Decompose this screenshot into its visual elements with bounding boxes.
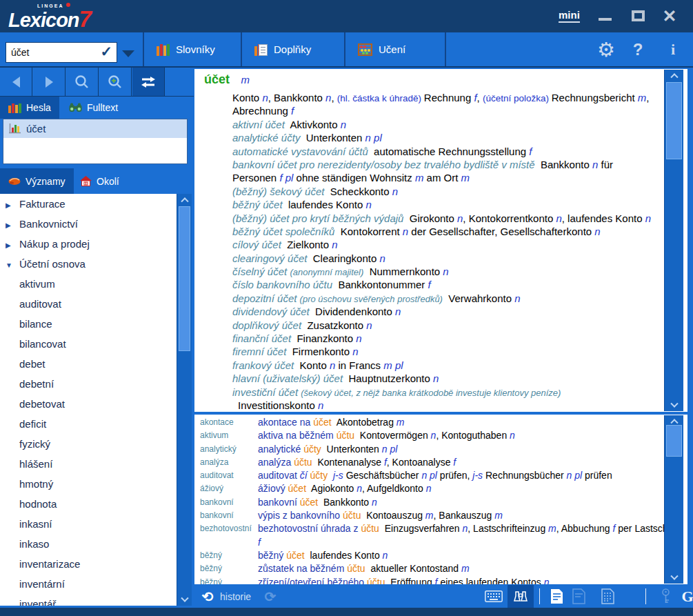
headword-item-selected[interactable]: účet — [3, 119, 187, 138]
tree-item[interactable]: inventární — [0, 574, 177, 594]
tree-item[interactable]: ▶Nákup a prodej — [0, 234, 177, 254]
back-button[interactable] — [0, 68, 32, 96]
tree-item[interactable]: hmotný — [0, 474, 177, 494]
swap-direction-button[interactable] — [132, 68, 165, 96]
view-short-entry-button[interactable] — [567, 585, 590, 608]
text-segment: n — [356, 332, 361, 344]
titlebar: LINGEA Lexicon7 mini ✕ — [0, 0, 693, 32]
collocation-row[interactable]: akontaceakontace na účet Akontobetrag m — [200, 416, 683, 429]
collocation-row[interactable]: běžnýzůstatek na běžném účtu aktueller K… — [200, 562, 683, 575]
close-button[interactable]: ✕ — [659, 7, 680, 25]
tree-item[interactable]: ▶Fakturace — [0, 194, 177, 214]
entry-line: Investitionskonto n — [204, 399, 687, 412]
view-list-entry-button[interactable] — [596, 585, 619, 608]
text-segment: in Francs — [335, 359, 383, 371]
collocation-row[interactable]: bankovnívýpis z bankovního účtu Kontoaus… — [200, 509, 683, 522]
text-segment: clearingový účet — [232, 252, 307, 264]
text-segment: účtu — [347, 563, 365, 574]
text-segment: (anonymní majitel) — [290, 267, 363, 277]
text-segment: j-s — [472, 470, 483, 481]
text-segment: m — [425, 510, 434, 521]
tree-item[interactable]: inventář — [0, 594, 177, 606]
tree-item[interactable]: hodnota — [0, 494, 177, 514]
tree-item[interactable]: deficit — [0, 414, 177, 434]
gear-icon: ⚙ — [597, 38, 615, 61]
advanced-search-button[interactable] — [99, 68, 132, 96]
entry-scroll-thumb[interactable] — [666, 82, 682, 159]
tab-fulltext[interactable]: Fulltext — [61, 97, 126, 119]
collocation-row[interactable]: bankovníbankovní účet Bankkonto n — [200, 496, 683, 509]
entry-scrollbar[interactable] — [664, 70, 683, 411]
info-button[interactable]: i — [666, 38, 680, 61]
collocation-row[interactable]: analytickýanalytické účty Unterkonten n … — [200, 443, 683, 456]
tree-item[interactable]: debetní — [0, 374, 177, 394]
text-segment: analytické účty — [232, 132, 300, 143]
collocation-row[interactable]: běžnýběžný účet laufendes Konto n — [200, 549, 683, 562]
tree-item[interactable]: inkasní — [0, 514, 177, 534]
search-input[interactable] — [6, 43, 96, 62]
tree-item[interactable]: auditovat — [0, 294, 177, 314]
bottombar-separator — [539, 588, 540, 604]
collocations-scrollbar[interactable] — [664, 415, 683, 584]
tab-vyznamy[interactable]: Významy — [0, 168, 74, 194]
tree-item[interactable]: bilancovat — [0, 334, 177, 354]
history-back-button[interactable]: ⟲ — [199, 585, 217, 608]
scroll-down-arrow[interactable] — [665, 400, 683, 411]
tree-item[interactable]: aktivum — [0, 274, 177, 294]
history-forward-button[interactable]: ⟳ — [261, 585, 279, 608]
tree-scrollbar[interactable] — [177, 194, 192, 606]
search-button[interactable] — [66, 68, 99, 96]
collocations-scroll-thumb[interactable] — [666, 425, 682, 457]
tree-item[interactable]: hlášení — [0, 454, 177, 474]
collocation-row[interactable]: aktivumaktiva na běžném účtu Kontovermög… — [200, 429, 683, 442]
tab-doplnky[interactable]: Doplňky — [242, 32, 344, 66]
entry-line: (běžný) účet pro krytí běžných výdajů Gi… — [204, 212, 687, 225]
collocation-row[interactable]: bezhotovostníbezhotovostní úhrada z účtu… — [200, 522, 683, 549]
minimize-button[interactable] — [594, 7, 615, 25]
google-search-button[interactable]: G — [677, 585, 693, 608]
onscreen-keyboard-button[interactable] — [481, 585, 506, 608]
text-segment: firemní účet — [232, 346, 286, 357]
text-segment: n pl — [382, 444, 398, 455]
tree-item-label: debet — [19, 358, 46, 370]
scroll-down-arrow[interactable] — [177, 595, 192, 606]
tree-item[interactable]: ▼Účetní osnova — [0, 254, 177, 274]
collocation-keyword: ážiový — [200, 482, 258, 495]
forward-button[interactable] — [33, 68, 66, 96]
scroll-down-arrow[interactable] — [665, 573, 683, 584]
tree-item[interactable]: fyzický — [0, 434, 177, 454]
tree-item[interactable]: ▶Bankovnictví — [0, 214, 177, 234]
license-key-button[interactable] — [654, 585, 677, 608]
tab-uceni[interactable]: Učení — [345, 32, 445, 66]
tab-vyznamy-label: Významy — [26, 176, 66, 187]
tree-item[interactable]: inkaso — [0, 534, 177, 554]
text-segment: (běžný) šekový účet — [232, 186, 324, 197]
collocation-row[interactable]: běžnýzřízení/otevření běžného účtu Eröff… — [200, 576, 683, 584]
document-dim-icon — [572, 588, 585, 604]
settings-button[interactable]: ⚙ — [596, 38, 616, 61]
view-full-entry-button[interactable] — [545, 585, 568, 608]
scroll-up-arrow[interactable] — [177, 194, 192, 205]
tree-item[interactable]: inventarizace — [0, 554, 177, 574]
scroll-up-arrow[interactable] — [665, 70, 683, 81]
search-history-dropdown[interactable] — [122, 50, 134, 57]
tab-hesla[interactable]: Hesla — [0, 97, 59, 119]
tree-scroll-thumb[interactable] — [179, 206, 190, 351]
help-button[interactable]: ? — [630, 38, 646, 61]
fulltext-search-button[interactable] — [508, 585, 534, 608]
tree-item[interactable]: debetovat — [0, 394, 177, 414]
collocation-row[interactable]: ážiovýážiový účet Agiokonto n, Aufgeldko… — [200, 482, 683, 495]
collocations-panel: akontaceakontace na účet Akontobetrag ma… — [194, 415, 687, 584]
collocation-text: bankovní účet Bankkonto n — [258, 496, 683, 509]
tree-item[interactable]: debet — [0, 354, 177, 374]
entry-gender: m — [241, 74, 250, 86]
text-segment: n — [365, 199, 371, 210]
text-segment: automatische Rechnungsstellung — [368, 146, 529, 157]
collocation-row[interactable]: auditovatauditovat čí účty j-s Geschäfts… — [200, 469, 683, 482]
tab-okoli[interactable]: Okolí — [72, 168, 128, 194]
mini-mode-link[interactable]: mini — [559, 9, 580, 23]
collocation-row[interactable]: analýzaanalýza účtu Kontenanalyse f, Kon… — [200, 456, 683, 469]
maximize-button[interactable] — [627, 7, 648, 25]
tab-slovniky[interactable]: Slovníky — [144, 32, 241, 66]
tree-item[interactable]: bilance — [0, 314, 177, 334]
